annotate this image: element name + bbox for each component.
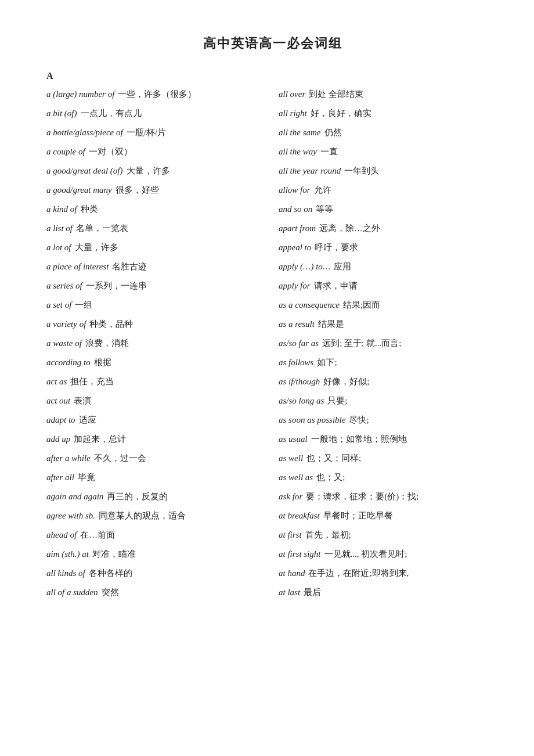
list-item: as/so far as远到; 至于; 就...而言; — [279, 336, 499, 350]
entry-cn: 表演 — [74, 394, 91, 408]
entry-en: as well — [279, 451, 303, 465]
entry-en: as follows — [279, 355, 313, 369]
entry-en: apply (…) to… — [279, 260, 330, 273]
entry-cn: 种类，品种 — [89, 317, 133, 331]
list-item: as usual一般地；如常地；照例地 — [279, 432, 499, 446]
list-item: all kinds of各种各样的 — [46, 566, 267, 580]
entry-cn: 担任，充当 — [70, 375, 114, 388]
entry-en: all kinds of — [46, 566, 85, 580]
list-item: a couple of一对（双） — [46, 145, 267, 159]
entry-en: a lot of — [46, 240, 71, 254]
entry-en: a waste of — [46, 336, 82, 350]
list-item: and so on等等 — [279, 202, 499, 216]
entry-en: at breakfast — [279, 509, 320, 523]
entry-en: a set of — [46, 298, 71, 312]
entry-en: a place of interest — [46, 260, 109, 273]
list-item: after all毕竟 — [46, 470, 267, 484]
entry-en: as/so long as — [279, 394, 324, 408]
entry-cn: 在…前面 — [80, 528, 115, 542]
entry-en: agree with sb. — [46, 509, 95, 523]
entry-en: act out — [46, 394, 70, 408]
entry-cn: 一点儿，有点儿 — [81, 106, 142, 120]
entry-cn: 好像，好似; — [323, 375, 369, 388]
entry-cn: 结果;因而 — [343, 298, 380, 312]
entry-en: a bit (of) — [46, 106, 77, 120]
entry-cn: 到处 全部结束 — [309, 87, 363, 101]
entry-en: all of a sudden — [46, 585, 98, 599]
list-item: according to根据 — [46, 355, 267, 369]
list-item: apply for请求，申请 — [279, 279, 499, 293]
list-item: act out表演 — [46, 394, 267, 408]
entry-en: as if/though — [279, 375, 320, 388]
entry-en: all the same — [279, 125, 321, 139]
entry-en: a couple of — [46, 145, 85, 159]
list-item: at first sight一见就..., 初次看见时; — [279, 547, 499, 561]
list-item: a kind of种类 — [46, 202, 267, 216]
list-item: at last最后 — [279, 585, 499, 599]
list-item: all of a sudden突然 — [46, 585, 267, 599]
entry-en: ahead of — [46, 528, 77, 542]
entry-en: as well as — [279, 470, 313, 484]
entry-cn: 毕竟 — [78, 470, 95, 484]
entry-en: as soon as possible — [279, 413, 345, 427]
entry-en: add up — [46, 432, 70, 446]
entry-en: aim (sth.) at — [46, 547, 89, 561]
list-item: again and again再三的，反复的 — [46, 489, 267, 503]
list-item: a list of名单，一览表 — [46, 221, 267, 235]
entry-cn: 种类 — [81, 202, 98, 216]
entry-en: at first sight — [279, 547, 321, 561]
entry-en: all the year round — [279, 164, 341, 178]
page-title: 高中英语高一必会词组 — [46, 35, 499, 52]
entry-cn: 最后 — [304, 585, 321, 599]
list-item: a waste of浪费，消耗 — [46, 336, 267, 350]
list-item: a bottle/glass/piece of一瓶/杯/片 — [46, 125, 267, 139]
entry-en: appeal to — [279, 240, 311, 254]
list-item: a good/great deal (of)大量，许多 — [46, 164, 267, 178]
entry-cn: 等等 — [316, 202, 333, 216]
list-item: as well也；又；同样; — [279, 451, 499, 465]
list-item: aim (sth.) at对准，瞄准 — [46, 547, 267, 561]
entry-cn: 不久，过一会 — [94, 451, 146, 465]
entry-en: all the way — [279, 145, 317, 159]
entry-cn: 一对（双） — [89, 145, 132, 159]
entry-cn: 早餐时；正吃早餐 — [323, 509, 393, 523]
entry-cn: 一系列，一连串 — [86, 279, 147, 293]
entry-cn: 名单，一览表 — [76, 221, 128, 235]
entry-cn: 也；又；同样; — [306, 451, 361, 465]
list-item: all right好，良好，确实 — [279, 106, 499, 120]
entry-cn: 远离，除…之外 — [319, 221, 380, 235]
entry-cn: 好，良好，确实 — [311, 106, 371, 120]
list-item: all the same仍然 — [279, 125, 499, 139]
list-item: appeal to呼吁，要求 — [279, 240, 499, 254]
list-item: as a consequence结果;因而 — [279, 298, 499, 312]
list-item: as follows如下; — [279, 355, 499, 369]
entry-en: at hand — [279, 566, 305, 580]
list-item: a place of interest名胜古迹 — [46, 260, 267, 273]
list-item: apply (…) to…应用 — [279, 260, 499, 273]
entry-cn: 尽快; — [349, 413, 369, 427]
entry-cn: 一瓶/杯/片 — [127, 125, 166, 139]
entry-en: a bottle/glass/piece of — [46, 125, 123, 139]
entry-en: apply for — [279, 279, 311, 293]
entry-cn: 请求，申请 — [314, 279, 358, 293]
left-column: a (large) number of一些，许多（很多）a bit (of)一点… — [46, 87, 267, 604]
entry-en: as usual — [279, 432, 308, 446]
entry-en: and so on — [279, 202, 312, 216]
entry-cn: 一年到头 — [344, 164, 379, 178]
entry-en: a (large) number of — [46, 87, 114, 101]
list-item: agree with sb.同意某人的观点，适合 — [46, 509, 267, 523]
vocabulary-grid: a (large) number of一些，许多（很多）a bit (of)一点… — [46, 87, 499, 604]
entry-en: as a result — [279, 317, 315, 331]
entry-cn: 适应 — [79, 413, 96, 427]
list-item: as well as也；又; — [279, 470, 499, 484]
entry-cn: 同意某人的观点，适合 — [99, 509, 186, 523]
entry-en: at last — [279, 585, 300, 599]
entry-en: a variety of — [46, 317, 86, 331]
entry-en: according to — [46, 355, 91, 369]
entry-cn: 一些，许多（很多） — [118, 87, 196, 101]
entry-cn: 仍然 — [324, 125, 342, 139]
list-item: ahead of在…前面 — [46, 528, 267, 542]
list-item: all over到处 全部结束 — [279, 87, 499, 101]
list-item: as/so long as只要; — [279, 394, 499, 408]
entry-cn: 允许 — [314, 183, 331, 197]
